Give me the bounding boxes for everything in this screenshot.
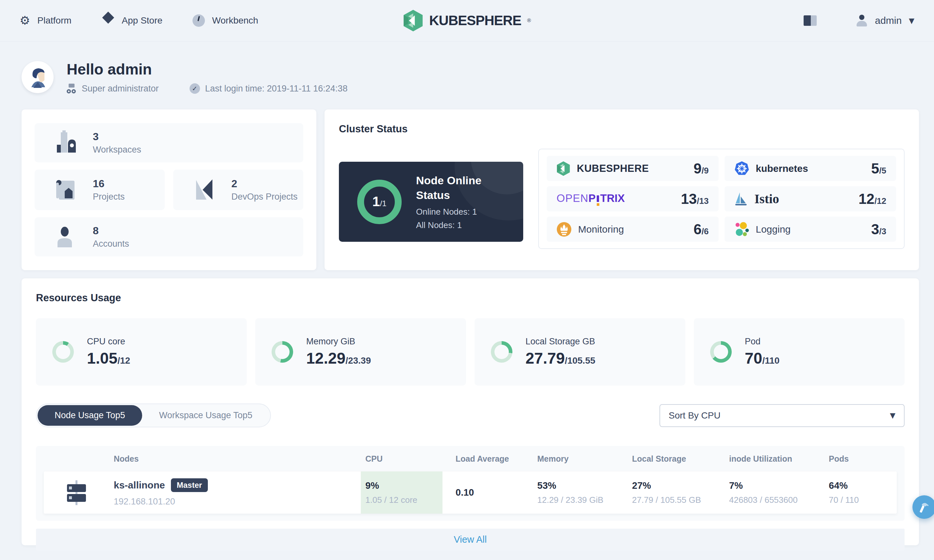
docs-book-icon[interactable]	[803, 15, 817, 26]
component-value: 9 /9	[694, 160, 708, 177]
header-pods: Pods	[824, 454, 897, 464]
denom: /9	[702, 166, 709, 176]
kubesphere-dashboard: ⚙ Platform App Store Workbench KUBESPHER…	[0, 0, 934, 560]
component-name: Logging	[756, 224, 791, 235]
denom: /13	[697, 196, 708, 206]
memory-value: 12.29 /23.39	[306, 349, 371, 367]
component-openpitrix: OPEN P TRIX 13 /13	[547, 186, 719, 211]
pods-detail: 70 / 110	[829, 495, 897, 505]
node-online-status-card: 1 /1 Node Online Status Online Nodes: 1 …	[339, 162, 523, 242]
component-istio: Istio 12 /12	[725, 186, 896, 211]
stat-text: 16 Projects	[93, 178, 125, 202]
all-nodes: All Nodes: 1	[416, 220, 501, 230]
last-login-label: Last login time: 2019-11-11 16:24:38	[205, 84, 348, 94]
role-icon	[67, 84, 77, 94]
sort-by-select[interactable]: Sort By CPU ▼	[660, 404, 905, 427]
memory-percent: 53%	[537, 480, 628, 491]
greeting-block: Hello admin Super administrator ✓ Last l…	[67, 60, 348, 94]
component-kubesphere: KUBESPHERE 9 /9	[547, 156, 719, 181]
cluster-body: 1 /1 Node Online Status Online Nodes: 1 …	[339, 149, 905, 249]
cpu-detail: 1.05 / 12 core	[365, 495, 443, 505]
component-name: kubernetes	[756, 163, 808, 174]
openpitrix-exclamation-icon	[597, 195, 599, 206]
cpu-cell: 9% 1.05 / 12 core	[361, 471, 443, 514]
stat-tile-accounts[interactable]: 8 Accounts	[35, 217, 303, 257]
user-menu[interactable]: admin ▼	[856, 15, 914, 26]
denom: /110	[762, 355, 779, 366]
cpu-label: CPU core	[87, 337, 130, 347]
table-row[interactable]: ks-allinone Master 192.168.101.20 9% 1.0…	[44, 471, 897, 514]
inode-cell: 7% 426803 / 6553600	[725, 480, 824, 505]
value: 70	[745, 349, 762, 367]
usage-tile-memory: Memory GiB 12.29 /23.39	[255, 318, 466, 386]
value: 6	[694, 221, 701, 237]
hammer-icon	[918, 500, 931, 514]
denom: /3	[879, 226, 886, 237]
openpitrix-p: P	[589, 192, 596, 205]
kubesphere-logo[interactable]: KUBESPHERE ®	[403, 9, 531, 32]
denom: /23.39	[345, 355, 371, 366]
openpitrix-logo: OPEN P TRIX	[557, 192, 625, 206]
check-circle-icon: ✓	[189, 83, 200, 94]
chevron-down-icon: ▼	[890, 411, 896, 420]
sort-by-value: Sort By CPU	[669, 410, 721, 421]
usage-controls: Node Usage Top5 Workspace Usage Top5 Sor…	[36, 403, 905, 427]
component-value: 3 /3	[871, 221, 886, 237]
storage-value: 27.79 /105.55	[526, 349, 595, 367]
user-icon	[856, 15, 868, 26]
inode-percent: 7%	[729, 480, 824, 491]
nav-right: admin ▼	[803, 15, 914, 26]
stat-tile-devops[interactable]: 2 DevOps Projects	[173, 169, 303, 210]
pods-percent: 64%	[829, 480, 897, 491]
header-cpu: CPU	[361, 454, 443, 464]
memory-donut	[272, 341, 293, 363]
cpu-donut	[52, 341, 74, 363]
chevron-down-icon: ▼	[909, 17, 914, 25]
storage-percent: 27%	[632, 480, 725, 491]
memory-label: Memory GiB	[306, 337, 371, 347]
nav-item-platform[interactable]: ⚙ Platform	[20, 15, 72, 26]
value: 9	[694, 160, 701, 177]
cpu-value: 1.05 /12	[87, 349, 130, 367]
memory-detail: 12.29 / 23.39 GiB	[537, 495, 628, 505]
toolbox-fab-button[interactable]	[912, 495, 934, 519]
storage-label: Local Storage GB	[526, 337, 595, 347]
denom: /12	[874, 196, 886, 206]
value: 27.79	[526, 349, 565, 367]
component-value: 6 /6	[694, 221, 708, 237]
projects-icon	[52, 175, 80, 204]
devops-count: 2	[231, 178, 298, 190]
node-icon-cell	[44, 480, 109, 506]
component-value: 5 /5	[871, 160, 886, 177]
nav-item-app-store[interactable]: App Store	[102, 13, 163, 28]
node-name-row: ks-allinone Master	[114, 478, 361, 492]
usage-tile-storage: Local Storage GB 27.79 /105.55	[474, 318, 685, 386]
nav-appstore-label: App Store	[122, 15, 163, 26]
pod-value: 70 /110	[745, 349, 779, 367]
header-load-average: Load Average	[443, 454, 533, 464]
stat-tile-workspaces[interactable]: 3 Workspaces	[35, 123, 303, 162]
istio-icon	[734, 191, 748, 206]
stat-text: 3 Workspaces	[93, 131, 141, 155]
value: 12.29	[306, 349, 345, 367]
value: 13	[681, 191, 697, 207]
stat-tile-projects[interactable]: 16 Projects	[35, 169, 165, 210]
projects-label: Projects	[93, 192, 125, 202]
memory-cell: 53% 12.29 / 23.39 GiB	[533, 480, 628, 505]
kubernetes-icon	[734, 161, 749, 176]
load-average-value: 0.10	[455, 487, 533, 498]
nav-item-workbench[interactable]: Workbench	[192, 14, 258, 27]
node-status-title: Node Online Status	[416, 173, 501, 202]
nav-platform-label: Platform	[37, 15, 71, 26]
tab-node-usage-top5[interactable]: Node Usage Top5	[38, 405, 142, 426]
brand-text: KUBESPHERE	[429, 13, 521, 28]
kubesphere-icon	[557, 161, 570, 176]
load-average-cell: 0.10	[443, 487, 533, 498]
denom: /6	[702, 226, 709, 237]
header-inode-utilization: inode Utilization	[725, 454, 824, 464]
tab-workspace-usage-top5[interactable]: Workspace Usage Top5	[142, 405, 269, 426]
view-all-link[interactable]: View All	[454, 534, 486, 545]
workspaces-count: 3	[93, 131, 141, 143]
monitoring-prometheus-icon	[557, 222, 572, 237]
value: 1.05	[87, 349, 117, 367]
